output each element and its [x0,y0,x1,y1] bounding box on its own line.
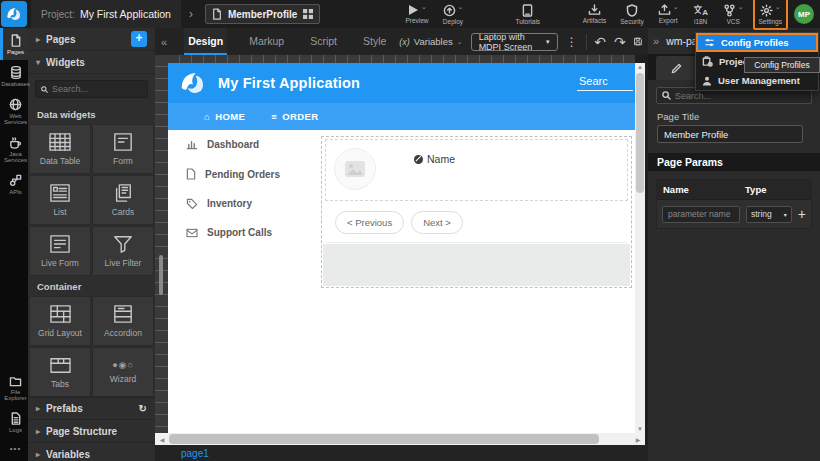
live-form-icon [48,234,72,254]
vertical-scroll-thumb[interactable] [636,73,644,193]
widgets-section-header[interactable]: ▾ Widgets [28,51,155,74]
previous-button[interactable]: < Previous [335,211,404,234]
menu-item-dashboard[interactable]: Dashboard [168,130,308,159]
expand-right-panel-icon[interactable]: » [653,35,659,47]
cards-icon [112,183,134,203]
menu-item-label: Dashboard [207,139,259,150]
nav-item-order[interactable]: ≡ ORDER [271,111,318,122]
tabs-icon [49,356,72,375]
widget-tile-list[interactable]: List [29,175,91,225]
kebab-menu-icon[interactable]: ⋮ [566,35,578,49]
security-button[interactable]: Security [613,0,650,28]
bind-link-icon[interactable] [810,128,811,140]
deploy-button[interactable]: ⌄ Deploy [436,0,471,28]
menu-item-pending-orders[interactable]: Pending Orders [168,159,308,189]
user-avatar[interactable]: MP [794,4,814,24]
sidebar-more-button[interactable]: ••• [0,438,28,461]
widget-tile-wizard[interactable]: ●◉○ Wizard [92,347,154,397]
scroll-down-icon[interactable]: ▼ [635,426,645,432]
preview-search-input[interactable]: Searc [577,75,633,91]
form-icon [112,132,134,152]
sidebar-item-file-explorer[interactable]: File Explorer [0,370,28,406]
scroll-left-icon[interactable]: ◀ [157,436,167,443]
sidebar-item-java-services[interactable]: Java Services [0,130,28,168]
widget-tile-label: Tabs [51,379,69,389]
tab-markup[interactable]: Markup [245,28,288,55]
widget-tile-form[interactable]: Form [92,124,154,174]
page-title-input[interactable] [657,125,803,143]
collapse-left-panel-icon[interactable]: « [155,36,175,48]
play-icon [407,4,419,16]
tab-style[interactable]: Style [359,28,390,55]
chevron-down-icon: ▾ [546,38,550,46]
param-type-select[interactable]: string ▾ [746,206,792,223]
widget-tile-grid-layout[interactable]: Grid Layout [29,296,91,346]
menu-item-support-calls[interactable]: Support Calls [168,218,308,247]
widget-tile-cards[interactable]: Cards [92,175,154,225]
widget-tile-data-table[interactable]: Data Table [29,124,91,174]
widget-tile-live-form[interactable]: Live Form [29,226,91,276]
name-field[interactable]: Name [414,152,455,166]
sidebar-item-web-services[interactable]: Web Services [0,92,28,130]
scroll-right-icon[interactable]: ▶ [633,436,643,443]
add-page-button[interactable]: + [131,31,147,47]
page-selector-dropdown[interactable]: MemberProfile [205,4,320,24]
settings-button[interactable]: ⌄ Settings [755,0,787,28]
deploy-label: Deploy [443,18,463,25]
param-name-input[interactable] [662,206,740,223]
pages-section-label: Pages [46,34,75,45]
horizontal-scroll-thumb[interactable] [169,434,599,444]
save-icon[interactable] [634,35,642,48]
add-param-button[interactable]: + [798,206,806,222]
menu-item-label: User Management [718,75,800,86]
undo-icon[interactable]: ↶ [594,34,606,50]
wavemaker-logo[interactable] [1,1,27,27]
list-item-card[interactable]: Name [325,139,628,201]
next-button[interactable]: Next > [411,211,463,234]
live-filter-funnel-icon [112,234,134,254]
menu-item-user-management[interactable]: User Management [696,71,818,90]
pagination-row: < Previous Next > [325,203,628,243]
sidebar-item-pages[interactable]: Pages [0,28,28,60]
sidebar-item-logs[interactable]: Logs [0,406,28,438]
vcs-branch-icon [723,4,736,17]
tab-script[interactable]: Script [306,28,341,55]
widget-tile-live-filter[interactable]: Live Filter [92,226,154,276]
tutorials-button[interactable]: Tutorials [508,0,547,28]
properties-search-input[interactable] [675,91,795,101]
data-widgets-grid: Data Table Form List Cards Live Form Liv… [28,124,155,276]
preview-button[interactable]: ⌄ Preview [398,0,435,28]
edit-tab[interactable] [656,56,696,80]
widget-tile-tabs[interactable]: Tabs [29,347,91,397]
i18n-button[interactable]: A i18N [686,0,716,28]
i18n-translate-icon: A [693,4,709,17]
variables-section-header[interactable]: ▸ Variables [28,443,155,461]
refresh-icon[interactable]: ↻ [139,403,147,414]
prefabs-section-header[interactable]: ▸ Prefabs ↻ [28,397,155,420]
open-page-tab[interactable]: page1 [181,448,209,459]
menu-item-inventory[interactable]: Inventory [168,189,308,218]
vcs-button[interactable]: ⌄ VCS [716,0,751,28]
sidebar-item-databases[interactable]: Databases [0,60,28,92]
list-widget-container[interactable]: Name < Previous Next > [321,136,632,288]
device-select[interactable]: Laptop with MDPI Screen ▾ [471,33,558,51]
variables-dropdown-button[interactable]: (x) Variables ⌄ [399,36,462,47]
canvas-horizontal-scrollbar[interactable]: ◀ ▶ [155,433,645,445]
ruler-scroll-thumb[interactable] [159,255,163,295]
caret-down-icon: ⌄ [421,4,427,10]
sidebar-item-apis[interactable]: APIs [0,168,28,200]
tab-design[interactable]: Design [184,28,227,55]
export-button[interactable]: ⌄ Export [651,0,686,28]
canvas-vertical-scrollbar[interactable]: ▲ ▼ [635,63,645,433]
scroll-up-icon[interactable]: ▲ [635,64,645,70]
nav-item-home[interactable]: ⌂ HOME [204,111,245,122]
project-breadcrumb[interactable]: Project: My First Application [31,0,181,28]
menu-item-config-profiles[interactable]: Config Profiles [696,33,818,52]
artifacts-button[interactable]: Artifacts [576,0,613,28]
redo-icon[interactable]: ↷ [614,34,626,50]
widget-tile-accordion[interactable]: Accordion [92,296,154,346]
pages-section-header[interactable]: ▸ Pages + [28,28,155,51]
project-settings-icon [702,56,713,67]
widget-search-input[interactable] [52,84,142,94]
page-structure-section-header[interactable]: ▸ Page Structure [28,420,155,443]
